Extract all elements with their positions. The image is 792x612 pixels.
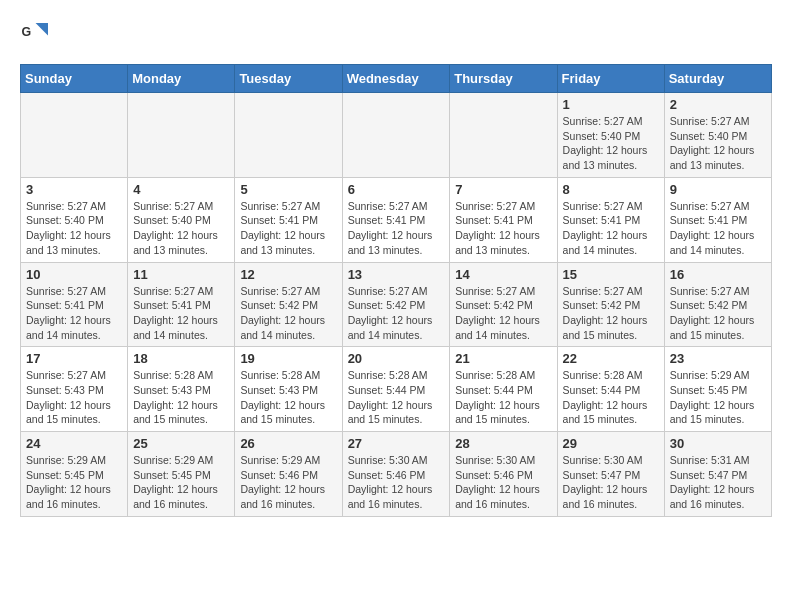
calendar-cell — [21, 93, 128, 178]
page-header: G — [20, 20, 772, 48]
calendar-header-saturday: Saturday — [664, 65, 771, 93]
day-info: Sunrise: 5:28 AM Sunset: 5:44 PM Dayligh… — [563, 368, 659, 427]
calendar-cell: 15Sunrise: 5:27 AM Sunset: 5:42 PM Dayli… — [557, 262, 664, 347]
day-number: 19 — [240, 351, 336, 366]
day-info: Sunrise: 5:27 AM Sunset: 5:42 PM Dayligh… — [563, 284, 659, 343]
day-info: Sunrise: 5:28 AM Sunset: 5:44 PM Dayligh… — [348, 368, 445, 427]
day-number: 21 — [455, 351, 551, 366]
day-info: Sunrise: 5:30 AM Sunset: 5:47 PM Dayligh… — [563, 453, 659, 512]
day-number: 24 — [26, 436, 122, 451]
calendar-cell: 23Sunrise: 5:29 AM Sunset: 5:45 PM Dayli… — [664, 347, 771, 432]
day-number: 3 — [26, 182, 122, 197]
day-info: Sunrise: 5:27 AM Sunset: 5:42 PM Dayligh… — [670, 284, 766, 343]
day-number: 14 — [455, 267, 551, 282]
logo: G — [20, 20, 52, 48]
calendar-cell: 27Sunrise: 5:30 AM Sunset: 5:46 PM Dayli… — [342, 432, 450, 517]
calendar-header-wednesday: Wednesday — [342, 65, 450, 93]
day-number: 6 — [348, 182, 445, 197]
calendar-cell: 5Sunrise: 5:27 AM Sunset: 5:41 PM Daylig… — [235, 177, 342, 262]
day-info: Sunrise: 5:27 AM Sunset: 5:41 PM Dayligh… — [563, 199, 659, 258]
calendar-cell — [128, 93, 235, 178]
day-number: 30 — [670, 436, 766, 451]
day-info: Sunrise: 5:27 AM Sunset: 5:41 PM Dayligh… — [133, 284, 229, 343]
day-number: 20 — [348, 351, 445, 366]
calendar-cell: 16Sunrise: 5:27 AM Sunset: 5:42 PM Dayli… — [664, 262, 771, 347]
calendar-header-tuesday: Tuesday — [235, 65, 342, 93]
calendar-cell: 7Sunrise: 5:27 AM Sunset: 5:41 PM Daylig… — [450, 177, 557, 262]
day-info: Sunrise: 5:27 AM Sunset: 5:40 PM Dayligh… — [133, 199, 229, 258]
calendar-cell — [342, 93, 450, 178]
day-info: Sunrise: 5:27 AM Sunset: 5:42 PM Dayligh… — [348, 284, 445, 343]
day-number: 7 — [455, 182, 551, 197]
day-info: Sunrise: 5:29 AM Sunset: 5:45 PM Dayligh… — [26, 453, 122, 512]
day-info: Sunrise: 5:27 AM Sunset: 5:40 PM Dayligh… — [563, 114, 659, 173]
day-number: 25 — [133, 436, 229, 451]
calendar-header-friday: Friday — [557, 65, 664, 93]
calendar-cell: 11Sunrise: 5:27 AM Sunset: 5:41 PM Dayli… — [128, 262, 235, 347]
calendar-cell: 19Sunrise: 5:28 AM Sunset: 5:43 PM Dayli… — [235, 347, 342, 432]
calendar-cell: 8Sunrise: 5:27 AM Sunset: 5:41 PM Daylig… — [557, 177, 664, 262]
day-number: 27 — [348, 436, 445, 451]
day-info: Sunrise: 5:31 AM Sunset: 5:47 PM Dayligh… — [670, 453, 766, 512]
day-number: 9 — [670, 182, 766, 197]
day-number: 22 — [563, 351, 659, 366]
calendar-cell: 12Sunrise: 5:27 AM Sunset: 5:42 PM Dayli… — [235, 262, 342, 347]
day-info: Sunrise: 5:27 AM Sunset: 5:40 PM Dayligh… — [670, 114, 766, 173]
calendar-header-monday: Monday — [128, 65, 235, 93]
svg-marker-1 — [36, 23, 48, 35]
day-info: Sunrise: 5:27 AM Sunset: 5:41 PM Dayligh… — [670, 199, 766, 258]
calendar-cell: 28Sunrise: 5:30 AM Sunset: 5:46 PM Dayli… — [450, 432, 557, 517]
day-number: 13 — [348, 267, 445, 282]
day-info: Sunrise: 5:29 AM Sunset: 5:45 PM Dayligh… — [670, 368, 766, 427]
day-info: Sunrise: 5:28 AM Sunset: 5:44 PM Dayligh… — [455, 368, 551, 427]
day-info: Sunrise: 5:29 AM Sunset: 5:46 PM Dayligh… — [240, 453, 336, 512]
day-info: Sunrise: 5:27 AM Sunset: 5:41 PM Dayligh… — [455, 199, 551, 258]
calendar-cell: 13Sunrise: 5:27 AM Sunset: 5:42 PM Dayli… — [342, 262, 450, 347]
calendar-cell: 17Sunrise: 5:27 AM Sunset: 5:43 PM Dayli… — [21, 347, 128, 432]
day-info: Sunrise: 5:27 AM Sunset: 5:43 PM Dayligh… — [26, 368, 122, 427]
calendar-week-row: 10Sunrise: 5:27 AM Sunset: 5:41 PM Dayli… — [21, 262, 772, 347]
calendar-cell: 21Sunrise: 5:28 AM Sunset: 5:44 PM Dayli… — [450, 347, 557, 432]
calendar-cell: 10Sunrise: 5:27 AM Sunset: 5:41 PM Dayli… — [21, 262, 128, 347]
day-number: 1 — [563, 97, 659, 112]
day-number: 23 — [670, 351, 766, 366]
day-info: Sunrise: 5:27 AM Sunset: 5:41 PM Dayligh… — [26, 284, 122, 343]
calendar-cell: 26Sunrise: 5:29 AM Sunset: 5:46 PM Dayli… — [235, 432, 342, 517]
calendar-cell: 14Sunrise: 5:27 AM Sunset: 5:42 PM Dayli… — [450, 262, 557, 347]
calendar-header-thursday: Thursday — [450, 65, 557, 93]
day-number: 15 — [563, 267, 659, 282]
calendar-cell: 20Sunrise: 5:28 AM Sunset: 5:44 PM Dayli… — [342, 347, 450, 432]
day-number: 10 — [26, 267, 122, 282]
calendar-cell: 30Sunrise: 5:31 AM Sunset: 5:47 PM Dayli… — [664, 432, 771, 517]
calendar-cell: 9Sunrise: 5:27 AM Sunset: 5:41 PM Daylig… — [664, 177, 771, 262]
calendar-cell: 22Sunrise: 5:28 AM Sunset: 5:44 PM Dayli… — [557, 347, 664, 432]
day-number: 11 — [133, 267, 229, 282]
calendar-week-row: 1Sunrise: 5:27 AM Sunset: 5:40 PM Daylig… — [21, 93, 772, 178]
day-number: 26 — [240, 436, 336, 451]
calendar-week-row: 17Sunrise: 5:27 AM Sunset: 5:43 PM Dayli… — [21, 347, 772, 432]
day-number: 18 — [133, 351, 229, 366]
day-number: 4 — [133, 182, 229, 197]
day-info: Sunrise: 5:30 AM Sunset: 5:46 PM Dayligh… — [348, 453, 445, 512]
day-info: Sunrise: 5:27 AM Sunset: 5:41 PM Dayligh… — [348, 199, 445, 258]
calendar-cell: 18Sunrise: 5:28 AM Sunset: 5:43 PM Dayli… — [128, 347, 235, 432]
day-number: 28 — [455, 436, 551, 451]
calendar-cell: 29Sunrise: 5:30 AM Sunset: 5:47 PM Dayli… — [557, 432, 664, 517]
calendar-cell: 25Sunrise: 5:29 AM Sunset: 5:45 PM Dayli… — [128, 432, 235, 517]
calendar-header-row: SundayMondayTuesdayWednesdayThursdayFrid… — [21, 65, 772, 93]
day-info: Sunrise: 5:28 AM Sunset: 5:43 PM Dayligh… — [133, 368, 229, 427]
day-number: 8 — [563, 182, 659, 197]
day-info: Sunrise: 5:27 AM Sunset: 5:42 PM Dayligh… — [240, 284, 336, 343]
day-number: 17 — [26, 351, 122, 366]
calendar-cell — [450, 93, 557, 178]
day-info: Sunrise: 5:28 AM Sunset: 5:43 PM Dayligh… — [240, 368, 336, 427]
calendar-table: SundayMondayTuesdayWednesdayThursdayFrid… — [20, 64, 772, 517]
calendar-cell: 2Sunrise: 5:27 AM Sunset: 5:40 PM Daylig… — [664, 93, 771, 178]
day-info: Sunrise: 5:30 AM Sunset: 5:46 PM Dayligh… — [455, 453, 551, 512]
calendar-cell — [235, 93, 342, 178]
day-number: 12 — [240, 267, 336, 282]
calendar-header-sunday: Sunday — [21, 65, 128, 93]
svg-text:G: G — [22, 25, 32, 39]
day-number: 2 — [670, 97, 766, 112]
day-number: 29 — [563, 436, 659, 451]
